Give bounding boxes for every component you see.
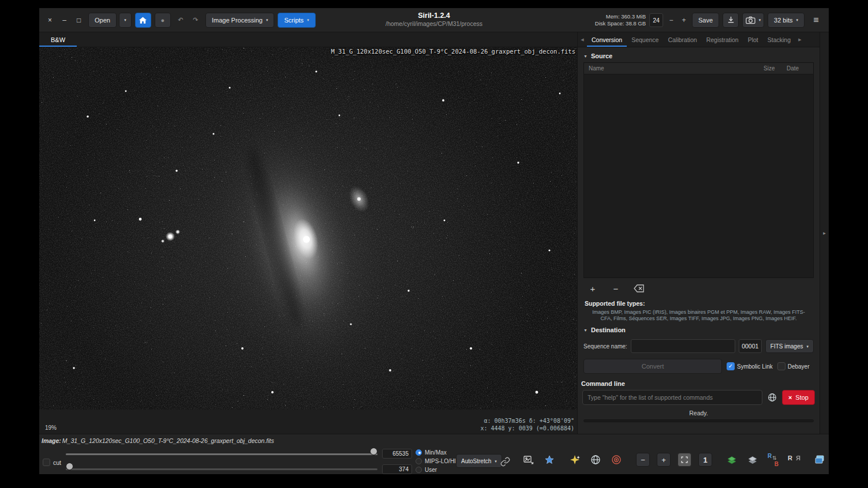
flip-rb-button[interactable]: R⇅B (766, 453, 780, 467)
tab-sequence[interactable]: Sequence (627, 32, 663, 47)
source-file-list[interactable]: Name Size Date (583, 62, 814, 278)
symbolic-link-label: Symbolic Link (737, 363, 773, 370)
panel-collapse-handle[interactable]: ▸ (820, 32, 829, 434)
online-commands-button[interactable] (766, 391, 779, 404)
green-layers-icon (726, 454, 738, 466)
clear-backspace-icon (634, 284, 644, 292)
redo-button[interactable]: ↷ (189, 13, 202, 28)
zoom-out-button[interactable]: − (636, 453, 650, 467)
gray-layers-button[interactable] (746, 453, 760, 467)
sequence-index-input[interactable] (739, 339, 762, 353)
open-recent-dropdown[interactable]: ▾ (119, 13, 132, 28)
tab-calibration[interactable]: Calibration (663, 32, 701, 47)
hamburger-menu-button[interactable]: ≡ (808, 13, 824, 28)
cut-checkbox[interactable]: cut (43, 459, 61, 466)
slider-track (66, 453, 377, 455)
image-processing-button[interactable]: Image Processing ▾ (205, 13, 275, 28)
column-name[interactable]: Name (584, 65, 764, 72)
snapshot-image-button[interactable] (522, 453, 536, 467)
file-list-body[interactable] (584, 74, 813, 277)
add-files-button[interactable]: + (586, 283, 600, 294)
tab-registration[interactable]: Registration (702, 32, 743, 47)
command-input[interactable] (582, 390, 762, 405)
thread-count-input[interactable] (649, 13, 663, 27)
sequence-name-input[interactable] (631, 339, 735, 353)
low-threshold-slider[interactable] (66, 466, 377, 473)
tab-plot[interactable]: Plot (743, 32, 763, 47)
convert-button[interactable]: Convert (583, 359, 722, 374)
scripts-label: Scripts (284, 17, 304, 24)
sparkle-star-icon (569, 454, 581, 466)
scripts-button[interactable]: Scripts ▾ (278, 13, 315, 28)
status-text: Ready. (578, 406, 820, 418)
tab-scroll-left[interactable]: ◀ (578, 32, 587, 47)
high-threshold-slider[interactable] (66, 451, 377, 458)
chain-link-icon (500, 457, 510, 467)
symbolic-link-checkbox[interactable]: ✓ Symbolic Link (727, 362, 773, 370)
globe-icon (590, 454, 601, 466)
photometry-target-button[interactable] (609, 453, 623, 467)
checkbox-unchecked-icon (777, 362, 785, 370)
save-as-button[interactable] (723, 13, 739, 28)
zoom-level: 19% (45, 425, 57, 431)
debayer-checkbox[interactable]: Debayer (777, 362, 810, 370)
zoom-in-icon: + (661, 456, 666, 464)
high-threshold-input[interactable] (382, 449, 412, 459)
stretch-mode-value: AutoStretch (461, 458, 491, 464)
tab-stacking[interactable]: Stacking (763, 32, 795, 47)
stretch-mode-dropdown[interactable]: AutoStretch ▾ (456, 454, 502, 468)
bit-depth-dropdown[interactable]: 32 bits ▾ (768, 13, 805, 28)
star-detection-button[interactable] (542, 453, 556, 467)
image-snapshot-icon (523, 454, 534, 466)
psf-star-button[interactable] (568, 453, 582, 467)
clear-list-button[interactable] (632, 283, 646, 294)
home-button[interactable] (135, 13, 151, 28)
record-button[interactable]: ● (155, 13, 171, 28)
chevron-down-icon: ▾ (759, 18, 761, 22)
undo-redo-group: ↶ ↷ (174, 13, 202, 28)
channel-link-button[interactable] (499, 455, 511, 468)
output-format-dropdown[interactable]: FITS images ▾ (765, 339, 814, 353)
column-date[interactable]: Date (787, 65, 813, 72)
cut-label: cut (53, 459, 61, 466)
open-split-button: Open ▾ (88, 13, 132, 28)
spin-increment-button[interactable]: + (679, 13, 689, 27)
remove-files-button[interactable]: − (609, 283, 623, 294)
close-button[interactable]: × (44, 13, 56, 27)
snapshot-camera-button[interactable]: ▾ (742, 13, 764, 28)
spin-decrement-button[interactable]: − (667, 13, 676, 27)
slider-handle[interactable] (66, 463, 73, 470)
undo-button[interactable]: ↶ (174, 13, 187, 28)
expander-arrow-icon: ▼ (583, 54, 588, 58)
save-button[interactable]: Save (692, 13, 719, 28)
tab-conversion[interactable]: Conversion (587, 32, 627, 47)
annotations-globe-button[interactable] (589, 453, 603, 467)
chevron-down-icon: ▾ (495, 459, 497, 463)
zoom-100-button[interactable]: 1 (698, 453, 712, 467)
tab-bw[interactable]: B&W (39, 32, 77, 47)
letterbox: × – □ Open ▾ ● ↶ ↷ Image Processing ▾ Sc… (0, 0, 868, 488)
window-title: Siril-1.2.4 (386, 11, 482, 20)
minimize-button[interactable]: – (58, 13, 70, 27)
slider-handle[interactable] (370, 448, 377, 455)
green-layers-button[interactable] (725, 453, 739, 467)
image-list-button[interactable] (813, 453, 826, 467)
destination-expander[interactable]: ▼ Destination (578, 323, 820, 336)
stop-button[interactable]: × Stop (782, 390, 815, 405)
column-size[interactable]: Size (764, 65, 787, 72)
open-button[interactable]: Open (88, 13, 117, 28)
radio-minmax[interactable]: Min/Max (416, 448, 456, 456)
mirror-button[interactable]: RR (787, 453, 801, 467)
zoom-in-button[interactable]: + (657, 453, 671, 467)
record-icon: ● (161, 17, 165, 24)
zoom-fit-button[interactable] (678, 453, 691, 467)
chevron-down-icon: ▾ (796, 18, 798, 22)
low-threshold-input[interactable] (382, 464, 412, 474)
camera-icon (746, 16, 755, 24)
radio-mips-lo-hi[interactable]: MIPS-LO/HI (416, 457, 456, 465)
tab-scroll-right[interactable]: ▶ (795, 32, 805, 47)
radio-user[interactable]: User (416, 466, 456, 474)
source-expander[interactable]: ▼ Source (578, 47, 820, 62)
maximize-button[interactable]: □ (73, 13, 85, 27)
image-canvas[interactable]: M_31_G_120x120sec_G100_O50_T-9°C_2024-08… (39, 47, 577, 410)
